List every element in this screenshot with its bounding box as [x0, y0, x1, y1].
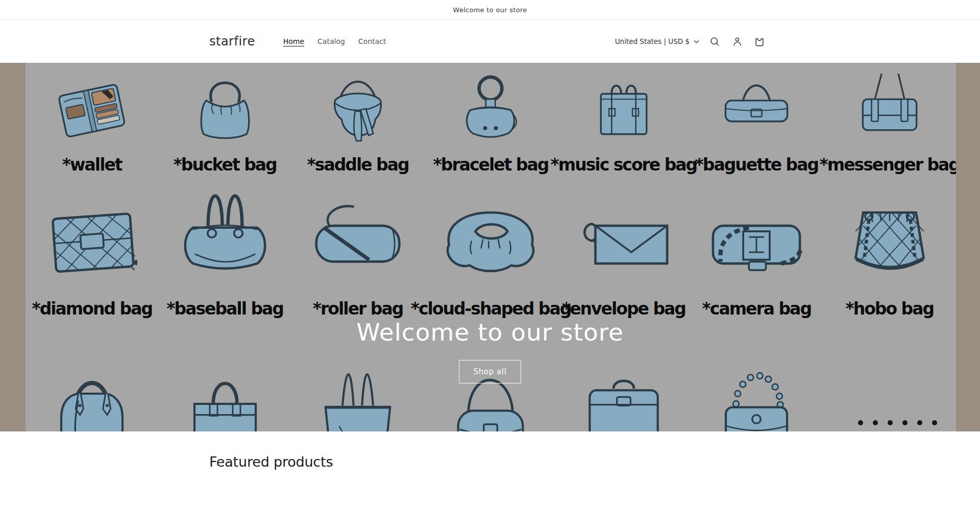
hobo-bag-icon [833, 182, 946, 296]
shop-all-button[interactable]: Shop all [459, 360, 521, 383]
header: starfire HomeCatalogContact United State… [0, 20, 980, 63]
messenger-bag-icon [849, 71, 930, 152]
wallet-icon [52, 71, 132, 152]
hero-bag-cell: *saddle bag [291, 63, 424, 179]
hero-bag-row-2: *diamond bag *baseball bag *roller bag *… [26, 179, 956, 327]
chevron-down-icon [694, 40, 699, 43]
boxy-tote-icon [174, 353, 276, 431]
slide-dot-6[interactable] [932, 420, 937, 425]
roller-bag-icon [301, 182, 414, 296]
hero-bag-cell: *music score bag [557, 63, 690, 179]
hero-bag-cell: *camera bag [690, 179, 823, 327]
bag-label: *diamond bag [32, 300, 152, 317]
dome-bag-icon [41, 353, 143, 431]
envelope-bag-icon [567, 182, 680, 296]
bag-label: *camera bag [702, 300, 811, 317]
roller-bag-illustration [301, 182, 414, 296]
hero-bag-cell: *baguette bag [690, 63, 823, 179]
bracelet-bag-icon [450, 71, 531, 152]
account-icon [732, 36, 743, 47]
slide-dot-4[interactable] [902, 420, 908, 425]
bucket-bag-illustration [185, 71, 265, 152]
main-nav: HomeCatalogContact [277, 31, 393, 52]
dome-bag-illustration [41, 353, 143, 431]
pearl-handle-bag-illustration [705, 353, 807, 431]
bracelet-bag-illustration [450, 71, 531, 152]
slide-dot-5[interactable] [917, 420, 922, 425]
search-button[interactable] [703, 30, 726, 53]
slide-dot-2[interactable] [873, 420, 878, 425]
saddle-bag-illustration [317, 71, 398, 152]
hero-bag-cell: *roller bag [291, 179, 424, 327]
diamond-bag-icon [35, 182, 149, 296]
slideshow-dots [858, 420, 937, 425]
cart-button[interactable] [748, 30, 771, 53]
hero-heading: Welcome to our store [0, 318, 980, 346]
bag-label: *bucket bag [174, 156, 277, 173]
bag-label: *saddle bag [307, 156, 409, 173]
bag-label: *messenger bag [820, 156, 956, 173]
bag-label: *baseball bag [166, 300, 283, 317]
hero-bag-cell: *diamond bag [26, 179, 158, 327]
bag-label: *bracelet bag [433, 156, 549, 173]
cloud-shaped-bag-illustration [434, 182, 547, 296]
hero-bag-cell: *hobo bag [823, 179, 956, 327]
baguette-bag-icon [716, 71, 797, 152]
bag-label: *roller bag [313, 300, 403, 317]
slide-dot-1[interactable] [858, 420, 863, 425]
hero-slideshow: *wallet *bucket bag *saddle bag *bracele… [0, 63, 980, 431]
hero-bag-cell: *bucket bag [158, 63, 291, 179]
featured-products-heading: Featured products [209, 454, 771, 470]
hero-bag-cell: *cloud-shaped bag [424, 179, 557, 327]
train-case-illustration [573, 353, 675, 431]
bag-label: *hobo bag [845, 300, 934, 317]
announcement-bar: Welcome to our store [0, 0, 980, 20]
hero-bag-cell: *envelope bag [557, 179, 690, 327]
bag-label: *wallet [62, 156, 122, 173]
locale-selector[interactable]: United States | USD $ [611, 32, 703, 51]
bag-label: *baguette bag [695, 156, 819, 173]
nav-item-catalog[interactable]: Catalog [311, 31, 352, 52]
camera-bag-icon [700, 182, 813, 296]
tote-bag-illustration [307, 353, 409, 431]
hobo-bag-illustration [833, 182, 946, 296]
wallet-illustration [52, 71, 132, 152]
train-case-icon [573, 353, 675, 431]
nav-item-home[interactable]: Home [277, 31, 311, 52]
saddle-bag-icon [317, 71, 398, 152]
bag-label: *cloud-shaped bag [411, 300, 571, 317]
tote-bag-icon [307, 353, 409, 431]
music-score-bag-illustration [583, 71, 664, 152]
boxy-tote-illustration [174, 353, 276, 431]
envelope-bag-illustration [567, 182, 680, 296]
baseball-bag-icon [168, 182, 282, 296]
baguette-bag-illustration [716, 71, 797, 152]
locale-label: United States | USD $ [615, 37, 690, 45]
camera-bag-illustration [700, 182, 813, 296]
bag-label: *music score bag [551, 156, 697, 173]
messenger-bag-illustration [849, 71, 930, 152]
hero-bag-cell: *wallet [26, 63, 158, 179]
bucket-bag-icon [185, 71, 265, 152]
search-icon [709, 36, 720, 47]
header-actions: United States | USD $ [611, 30, 771, 53]
hero-bag-cell: *messenger bag [823, 63, 956, 179]
hero-bag-row-1: *wallet *bucket bag *saddle bag *bracele… [26, 63, 956, 179]
hero-bag-cell: *baseball bag [158, 179, 291, 327]
featured-products-section: Featured products [209, 431, 771, 470]
hero-bag-cell: *bracelet bag [424, 63, 557, 179]
nav-item-contact[interactable]: Contact [352, 31, 393, 52]
store-logo[interactable]: starfire [209, 34, 255, 49]
pearl-handle-bag-icon [705, 353, 807, 431]
slide-dot-3[interactable] [888, 420, 893, 425]
account-button[interactable] [726, 30, 748, 53]
diamond-bag-illustration [35, 182, 149, 296]
cloud-shaped-bag-icon [434, 182, 547, 296]
announcement-text: Welcome to our store [453, 6, 527, 14]
bag-label: *envelope bag [562, 300, 685, 317]
music-score-bag-icon [583, 71, 664, 152]
baseball-bag-illustration [168, 182, 282, 296]
cart-icon [754, 36, 765, 47]
